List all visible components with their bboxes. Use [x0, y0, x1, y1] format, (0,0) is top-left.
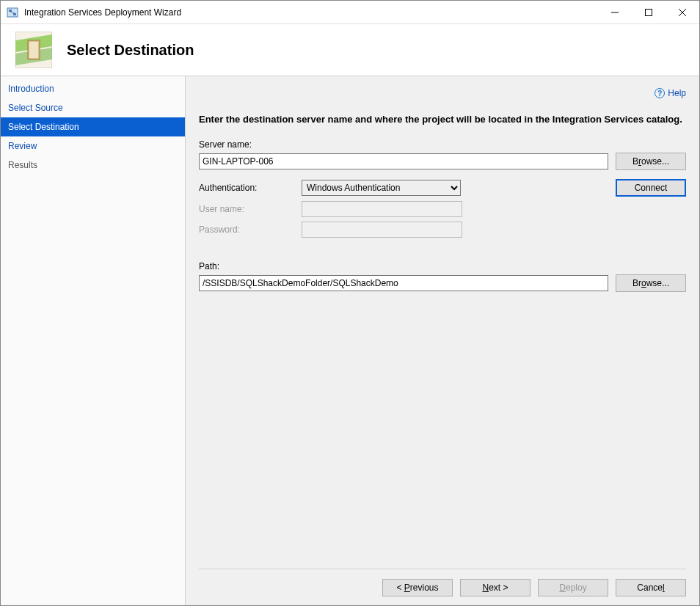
deploy-button: Deploy	[538, 579, 608, 596]
previous-button[interactable]: < Previous	[382, 579, 453, 596]
server-name-label: Server name:	[199, 139, 686, 150]
titlebar: Integration Services Deployment Wizard	[1, 1, 699, 24]
window-title: Integration Services Deployment Wizard	[24, 7, 181, 18]
wizard-header: Select Destination	[1, 24, 699, 76]
wizard-content: ? Help Enter the destination server name…	[186, 76, 699, 605]
minimize-button[interactable]	[598, 1, 632, 23]
path-label: Path:	[199, 261, 686, 271]
wizard-icon	[15, 32, 52, 68]
authentication-select[interactable]: Windows Authentication	[302, 180, 461, 196]
page-title: Select Destination	[67, 42, 194, 59]
connect-button[interactable]: Connect	[616, 179, 686, 197]
sidebar-item-results: Results	[1, 156, 185, 175]
close-button[interactable]	[666, 1, 699, 23]
svg-rect-1	[9, 10, 12, 12]
help-link[interactable]: ? Help	[655, 88, 686, 98]
svg-rect-11	[29, 42, 38, 58]
help-icon: ?	[655, 88, 665, 98]
sidebar-item-review[interactable]: Review	[1, 136, 185, 156]
help-label: Help	[668, 88, 686, 98]
sidebar-item-introduction[interactable]: Introduction	[1, 79, 185, 98]
wizard-footer: < Previous Next > Deploy Cancel	[199, 569, 686, 599]
cancel-button[interactable]: Cancel	[616, 579, 686, 596]
sidebar-item-select-destination[interactable]: Select Destination	[1, 117, 185, 136]
intro-text: Enter the destination server name and wh…	[199, 113, 686, 126]
browse-server-button[interactable]: Browse...	[616, 153, 686, 170]
authentication-label: Authentication:	[199, 183, 302, 193]
next-button[interactable]: Next >	[460, 579, 531, 596]
wizard-sidebar: Introduction Select Source Select Destin…	[1, 76, 186, 605]
sidebar-item-select-source[interactable]: Select Source	[1, 98, 185, 117]
wizard-body: Introduction Select Source Select Destin…	[1, 76, 699, 605]
password-input	[302, 222, 462, 238]
user-name-input	[302, 201, 462, 217]
svg-rect-2	[13, 13, 16, 15]
path-input[interactable]	[199, 275, 608, 291]
server-name-input[interactable]	[199, 153, 608, 169]
password-label: Password:	[199, 224, 302, 235]
user-name-label: User name:	[199, 204, 302, 214]
browse-path-button[interactable]: Browse...	[616, 274, 686, 292]
app-icon	[7, 7, 18, 18]
wizard-window: Integration Services Deployment Wizard S…	[0, 0, 700, 606]
maximize-button[interactable]	[632, 1, 666, 23]
svg-rect-4	[646, 9, 652, 15]
